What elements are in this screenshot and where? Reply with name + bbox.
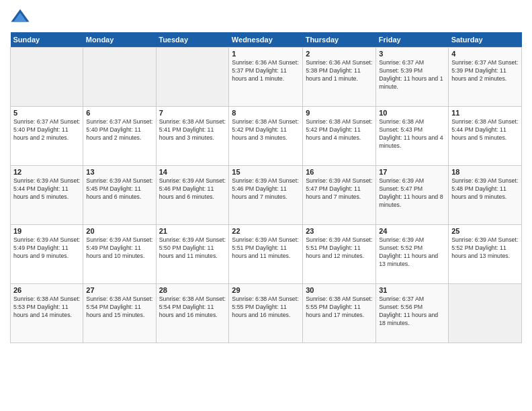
day-cell: 12Sunrise: 6:39 AM Sunset: 5:44 PM Dayli… — [11, 166, 83, 225]
day-number: 14 — [159, 168, 226, 176]
weekday-header-row: SundayMondayTuesdayWednesdayThursdayFrid… — [11, 32, 522, 48]
day-cell — [156, 48, 229, 107]
header — [10, 7, 522, 27]
day-info: Sunrise: 6:38 AM Sunset: 5:44 PM Dayligh… — [451, 118, 519, 142]
day-info: Sunrise: 6:38 AM Sunset: 5:41 PM Dayligh… — [159, 118, 226, 142]
day-number: 9 — [306, 109, 373, 117]
day-cell — [83, 48, 156, 107]
day-cell: 13Sunrise: 6:39 AM Sunset: 5:45 PM Dayli… — [83, 166, 156, 225]
day-cell: 6Sunrise: 6:37 AM Sunset: 5:40 PM Daylig… — [83, 107, 156, 166]
day-number: 11 — [451, 109, 519, 117]
day-number: 3 — [379, 50, 445, 58]
day-number: 1 — [232, 50, 300, 58]
day-cell: 18Sunrise: 6:39 AM Sunset: 5:48 PM Dayli… — [449, 166, 522, 225]
day-number: 12 — [13, 168, 80, 176]
weekday-header-thursday: Thursday — [303, 32, 376, 48]
day-cell: 31Sunrise: 6:37 AM Sunset: 5:56 PM Dayli… — [376, 284, 449, 343]
day-info: Sunrise: 6:38 AM Sunset: 5:55 PM Dayligh… — [306, 295, 373, 320]
day-cell: 14Sunrise: 6:39 AM Sunset: 5:46 PM Dayli… — [156, 166, 229, 225]
day-cell: 4Sunrise: 6:37 AM Sunset: 5:39 PM Daylig… — [449, 48, 522, 107]
day-cell: 30Sunrise: 6:38 AM Sunset: 5:55 PM Dayli… — [303, 284, 376, 343]
day-info: Sunrise: 6:37 AM Sunset: 5:40 PM Dayligh… — [86, 118, 152, 142]
day-cell: 5Sunrise: 6:37 AM Sunset: 5:40 PM Daylig… — [11, 107, 83, 166]
day-number: 28 — [159, 286, 226, 294]
day-number: 22 — [232, 227, 300, 235]
week-row-4: 19Sunrise: 6:39 AM Sunset: 5:49 PM Dayli… — [11, 225, 522, 284]
day-number: 17 — [379, 168, 445, 176]
day-info: Sunrise: 6:36 AM Sunset: 5:38 PM Dayligh… — [306, 59, 373, 83]
day-info: Sunrise: 6:39 AM Sunset: 5:52 PM Dayligh… — [379, 236, 445, 269]
day-number: 26 — [13, 286, 80, 294]
day-number: 21 — [159, 227, 226, 235]
calendar: SundayMondayTuesdayWednesdayThursdayFrid… — [10, 32, 522, 343]
day-info: Sunrise: 6:39 AM Sunset: 5:46 PM Dayligh… — [232, 177, 300, 201]
day-cell — [11, 48, 83, 107]
weekday-header-wednesday: Wednesday — [229, 32, 303, 48]
day-cell: 26Sunrise: 6:38 AM Sunset: 5:53 PM Dayli… — [11, 284, 83, 343]
day-cell: 23Sunrise: 6:39 AM Sunset: 5:51 PM Dayli… — [303, 225, 376, 284]
day-info: Sunrise: 6:39 AM Sunset: 5:47 PM Dayligh… — [306, 177, 373, 201]
day-info: Sunrise: 6:39 AM Sunset: 5:51 PM Dayligh… — [232, 236, 300, 261]
weekday-header-monday: Monday — [83, 32, 156, 48]
day-cell: 19Sunrise: 6:39 AM Sunset: 5:49 PM Dayli… — [11, 225, 83, 284]
day-cell: 1Sunrise: 6:36 AM Sunset: 5:37 PM Daylig… — [229, 48, 303, 107]
day-cell: 27Sunrise: 6:38 AM Sunset: 5:54 PM Dayli… — [83, 284, 156, 343]
day-number: 20 — [86, 227, 152, 235]
day-number: 18 — [451, 168, 519, 176]
day-cell: 15Sunrise: 6:39 AM Sunset: 5:46 PM Dayli… — [229, 166, 303, 225]
day-number: 2 — [306, 50, 373, 58]
day-cell — [449, 284, 522, 343]
day-info: Sunrise: 6:39 AM Sunset: 5:48 PM Dayligh… — [451, 177, 519, 201]
week-row-2: 5Sunrise: 6:37 AM Sunset: 5:40 PM Daylig… — [11, 107, 522, 166]
day-info: Sunrise: 6:36 AM Sunset: 5:37 PM Dayligh… — [232, 59, 300, 83]
week-row-1: 1Sunrise: 6:36 AM Sunset: 5:37 PM Daylig… — [11, 48, 522, 107]
day-number: 7 — [159, 109, 226, 117]
day-info: Sunrise: 6:39 AM Sunset: 5:49 PM Dayligh… — [86, 236, 152, 261]
day-cell: 9Sunrise: 6:38 AM Sunset: 5:42 PM Daylig… — [303, 107, 376, 166]
page: SundayMondayTuesdayWednesdayThursdayFrid… — [0, 0, 532, 411]
day-info: Sunrise: 6:38 AM Sunset: 5:54 PM Dayligh… — [159, 295, 226, 320]
day-number: 30 — [306, 286, 373, 294]
day-info: Sunrise: 6:38 AM Sunset: 5:43 PM Dayligh… — [379, 118, 445, 150]
day-number: 27 — [86, 286, 152, 294]
day-number: 23 — [306, 227, 373, 235]
day-number: 31 — [379, 286, 445, 294]
day-number: 29 — [232, 286, 300, 294]
day-info: Sunrise: 6:39 AM Sunset: 5:50 PM Dayligh… — [159, 236, 226, 261]
calendar-header: SundayMondayTuesdayWednesdayThursdayFrid… — [11, 32, 522, 48]
day-cell: 29Sunrise: 6:38 AM Sunset: 5:55 PM Dayli… — [229, 284, 303, 343]
day-cell: 21Sunrise: 6:39 AM Sunset: 5:50 PM Dayli… — [156, 225, 229, 284]
day-info: Sunrise: 6:38 AM Sunset: 5:55 PM Dayligh… — [232, 295, 300, 320]
day-cell: 10Sunrise: 6:38 AM Sunset: 5:43 PM Dayli… — [376, 107, 449, 166]
calendar-body: 1Sunrise: 6:36 AM Sunset: 5:37 PM Daylig… — [11, 48, 522, 343]
day-info: Sunrise: 6:39 AM Sunset: 5:51 PM Dayligh… — [306, 236, 373, 261]
weekday-header-saturday: Saturday — [449, 32, 522, 48]
day-number: 10 — [379, 109, 445, 117]
weekday-header-sunday: Sunday — [11, 32, 83, 48]
day-cell: 22Sunrise: 6:39 AM Sunset: 5:51 PM Dayli… — [229, 225, 303, 284]
day-number: 19 — [13, 227, 80, 235]
weekday-header-tuesday: Tuesday — [156, 32, 229, 48]
day-number: 8 — [232, 109, 300, 117]
logo — [10, 7, 33, 27]
day-cell: 3Sunrise: 6:37 AM Sunset: 5:39 PM Daylig… — [376, 48, 449, 107]
day-cell: 20Sunrise: 6:39 AM Sunset: 5:49 PM Dayli… — [83, 225, 156, 284]
day-info: Sunrise: 6:37 AM Sunset: 5:40 PM Dayligh… — [13, 118, 80, 142]
day-cell: 25Sunrise: 6:39 AM Sunset: 5:52 PM Dayli… — [449, 225, 522, 284]
day-number: 4 — [451, 50, 519, 58]
weekday-header-friday: Friday — [376, 32, 449, 48]
week-row-3: 12Sunrise: 6:39 AM Sunset: 5:44 PM Dayli… — [11, 166, 522, 225]
week-row-5: 26Sunrise: 6:38 AM Sunset: 5:53 PM Dayli… — [11, 284, 522, 343]
day-info: Sunrise: 6:39 AM Sunset: 5:49 PM Dayligh… — [13, 236, 80, 261]
day-info: Sunrise: 6:38 AM Sunset: 5:42 PM Dayligh… — [306, 118, 373, 142]
day-cell: 17Sunrise: 6:39 AM Sunset: 5:47 PM Dayli… — [376, 166, 449, 225]
day-info: Sunrise: 6:39 AM Sunset: 5:44 PM Dayligh… — [13, 177, 80, 201]
day-number: 16 — [306, 168, 373, 176]
day-info: Sunrise: 6:37 AM Sunset: 5:39 PM Dayligh… — [379, 59, 445, 91]
day-info: Sunrise: 6:39 AM Sunset: 5:52 PM Dayligh… — [451, 236, 519, 261]
day-number: 25 — [451, 227, 519, 235]
day-cell: 8Sunrise: 6:38 AM Sunset: 5:42 PM Daylig… — [229, 107, 303, 166]
day-cell: 28Sunrise: 6:38 AM Sunset: 5:54 PM Dayli… — [156, 284, 229, 343]
day-number: 24 — [379, 227, 445, 235]
day-info: Sunrise: 6:38 AM Sunset: 5:53 PM Dayligh… — [13, 295, 80, 320]
